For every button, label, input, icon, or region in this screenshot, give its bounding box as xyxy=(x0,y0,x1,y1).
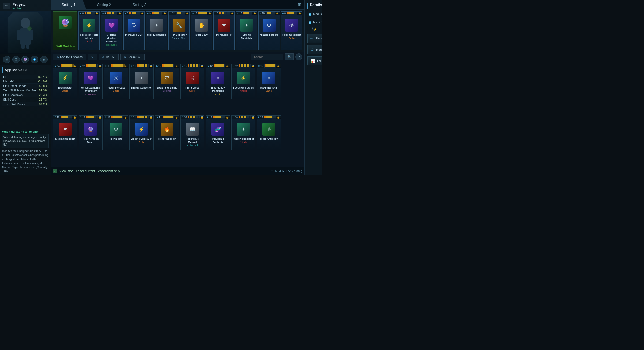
equipped-module-card[interactable]: ▶8 🔒 ☣ Toxic Specialist Battle xyxy=(281,11,302,50)
tier-segment xyxy=(91,116,94,118)
lock-icon: 🔒 xyxy=(174,116,179,119)
module-name: Skill Expansion xyxy=(146,33,167,37)
equipped-module-card[interactable]: |||10 🔒 ✋ Dual Claw xyxy=(191,11,212,50)
module-type: Luck xyxy=(215,93,220,97)
descendant-filter-checkbox[interactable]: ✓ xyxy=(53,169,57,173)
tier-segment xyxy=(218,64,221,67)
tier-segment xyxy=(196,64,198,67)
ability-description: When defeating an enemy, instantly recov… xyxy=(2,134,49,148)
module-art: ⚡ xyxy=(134,122,149,137)
grid-module-card[interactable]: ▶10 🔒 ☣ Toxic Antibody xyxy=(257,115,281,150)
energy-icon: └⚡ xyxy=(312,28,317,31)
grid-module-card[interactable]: ✕11 🔒 ✦ Energy Collection xyxy=(129,64,154,99)
sort-icon: ⇅ xyxy=(57,55,59,59)
tier-segment xyxy=(164,64,167,67)
grid-module-card[interactable]: ✕10 🔒 📖 Technique Manual Arche Tech xyxy=(180,115,204,150)
module-settings-label: Module Additional Settings xyxy=(316,48,322,51)
module-settings-button[interactable]: ⚙ Module Additional Settings xyxy=(307,45,322,54)
rename-button[interactable]: ✏ Rename xyxy=(307,34,322,43)
grid-module-card[interactable]: ▲12 🔒 ✦ Emergency Measures Luck xyxy=(206,64,230,99)
tier-segment xyxy=(91,64,94,67)
equipped-module-card[interactable]: ✕12 🔒 🔧 HP Collector Support Tech xyxy=(168,11,190,50)
sort-btn[interactable]: ⇅ Sort by: Enhance xyxy=(53,54,86,60)
grid-module-card[interactable]: ✕12 🔒 ⚡ Focus on Fusion Attack xyxy=(231,64,255,99)
lock-icon: 🔒 xyxy=(225,64,230,68)
module-level: ▲14 xyxy=(53,64,61,68)
module-name: Polygenic Antibody xyxy=(206,137,230,144)
ability-detail: Modifies the Charged Sub Attack. Use a D… xyxy=(2,149,49,173)
grid-module-card[interactable]: ✕10 🔒 🔮 Regeneration Boost xyxy=(79,115,103,150)
module-art: 🛡 xyxy=(127,18,141,32)
tier-segment xyxy=(154,12,157,14)
tier-segment xyxy=(218,116,221,118)
search-input[interactable] xyxy=(251,54,283,60)
char-info: 35 Freyna In Use xyxy=(0,0,51,11)
help-button[interactable]: ? xyxy=(295,53,302,60)
grid-module-card[interactable]: ▶12 🔒 💜 An Outstanding Investment Cooldo… xyxy=(79,64,103,99)
char-icon-3[interactable]: 🔮 xyxy=(21,56,29,63)
grid-module-card[interactable]: ✕12 🔒 ✦ Maximize Skill Battle xyxy=(257,64,281,99)
grid-module-card[interactable]: ▲12 🔒 ⚔ Front Lines Strike xyxy=(180,64,204,99)
max-capacity-icon: 💧 xyxy=(308,20,312,24)
module-name: Medical Support xyxy=(54,137,76,141)
grid-module-card[interactable]: |||13 🔒 ⚔ Power Increase Battle xyxy=(104,64,128,99)
equipped-module-card[interactable]: ▶9 🔒 ✦ Skill Expansion xyxy=(146,11,167,50)
grid-module-card[interactable]: ▲11 🔒 🔥 Heat Antibody xyxy=(155,115,179,150)
tier-segment xyxy=(215,64,218,67)
tier-segment xyxy=(222,12,224,14)
tab-setting-1[interactable]: Setting 1 xyxy=(51,0,86,9)
equipped-module-card[interactable]: ▲8 🔒 ⚡ Focus on Tech Attack Attack xyxy=(78,11,100,50)
tab-setting-2[interactable]: Setting 2 xyxy=(86,0,122,9)
tier-segment xyxy=(269,116,272,118)
equipped-module-card[interactable]: ▶8 🔒 🛡 Increased DEF xyxy=(123,11,145,50)
module-level: C8 xyxy=(214,12,219,15)
char-icon-1[interactable]: ☠ xyxy=(3,56,10,63)
module-art: ✦ xyxy=(134,71,149,85)
stat-value: -23.7% xyxy=(38,98,47,101)
module-art: ☣ xyxy=(284,18,299,32)
grid-module-card[interactable]: ▶10 🔒 🧬 Polygenic Antibody xyxy=(206,115,230,150)
tier-segment xyxy=(292,12,294,14)
equipped-module-card[interactable]: |||10 🔒 ⚙ Nimble Fingers xyxy=(258,11,280,50)
module-name: Energy Collection xyxy=(130,86,153,90)
equipped-module-card[interactable]: |||5 🔒 💜 5 Frugal Mindset Resource Resou… xyxy=(101,11,122,50)
tier-segment xyxy=(294,12,297,14)
equipped-module-card[interactable]: |||10 🔒 ✦ Strong Mentality xyxy=(236,11,257,50)
grid-module-card[interactable]: ✕11 🔒 ⚡ Electric Specialist Battle xyxy=(129,115,154,150)
stat-value: 81.2% xyxy=(39,102,47,106)
char-icon-4[interactable]: 💠 xyxy=(31,56,38,63)
tier-segment xyxy=(88,116,91,118)
tier-btn[interactable]: ◈ Tier: All xyxy=(99,54,118,60)
tab-setting-3[interactable]: Setting 3 xyxy=(122,0,157,9)
equip-recommended-button[interactable]: 📊 Equip Recommended Module xyxy=(307,56,322,65)
grid-module-card[interactable]: ▶12 🔒 🛡 Spear and Shield Defense xyxy=(155,64,179,99)
grid-module-card[interactable]: ✕10 🔒 ✦ Fusion Specialist Attack xyxy=(231,115,255,150)
module-art: ⚙ xyxy=(109,122,123,137)
rename-icon: ✏ xyxy=(310,36,314,40)
grid-module-card[interactable]: |||12 🔒 ⚙ Technician xyxy=(104,115,128,150)
grid-view-icon[interactable]: ⊞ xyxy=(295,0,304,9)
refresh-btn[interactable]: ↻ xyxy=(88,54,97,60)
stat-value: 53.8% xyxy=(39,84,47,87)
equipped-module-card[interactable]: C8 🔒 ❤ Increased HP xyxy=(213,11,235,50)
search-button[interactable]: 🔍 xyxy=(285,53,294,60)
tier-segment xyxy=(269,64,272,67)
module-level: |||10 xyxy=(191,12,198,15)
module-name: 5 Frugal Mindset Resource xyxy=(101,33,122,43)
tier-segment xyxy=(167,64,170,67)
grid-module-card[interactable]: ✕10 🔒 ❤ Medical Support xyxy=(53,115,77,150)
tier-segment xyxy=(94,116,96,118)
svg-rect-2 xyxy=(17,30,21,40)
module-name: Dual Claw xyxy=(195,33,208,37)
char-icon-5[interactable]: ☣ xyxy=(40,56,48,63)
max-capacity-label: 💧 Max Capacity UP xyxy=(308,20,322,24)
module-level: ✕11 xyxy=(130,116,137,119)
socket-btn[interactable]: ◉ Socket: All xyxy=(120,54,145,60)
grid-module-card[interactable]: ▲14 🔒 ⚡ Tech Master Battle xyxy=(53,64,77,99)
char-icon-2[interactable]: ⚙ xyxy=(12,56,20,63)
equipped-skill-modules-card[interactable]: 🔮 Skill Modules xyxy=(53,11,77,50)
tier-segment xyxy=(116,64,119,67)
stat-value: -23.3% xyxy=(38,93,47,97)
lock-icon: 🔒 xyxy=(117,12,122,15)
equipped-area: 🔮 Skill Modules ▲8 🔒 ⚡ Focus on Tech Att… xyxy=(51,10,304,52)
